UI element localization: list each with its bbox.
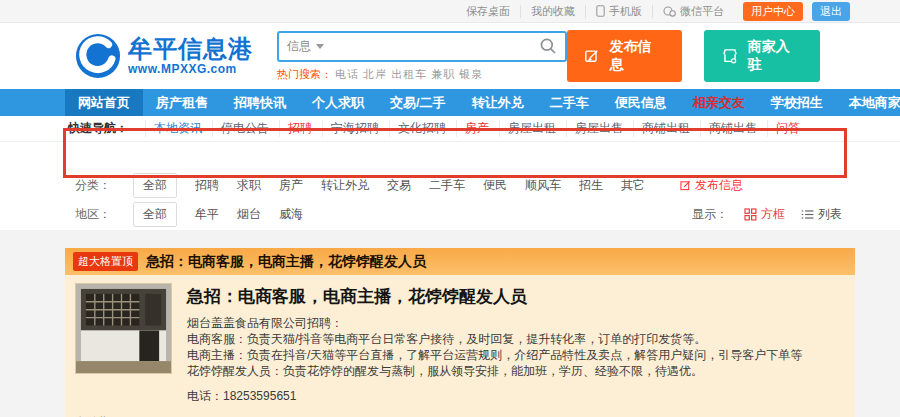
search-area: 信息 热门搜索： 电话 北岸 出租车 兼职 银泉 [277,31,567,82]
search-category-value: 信息 [287,38,311,55]
search-icon[interactable] [539,37,557,55]
region-yantai[interactable]: 烟台 [237,206,261,223]
category-usedcar[interactable]: 二手车 [429,177,465,194]
site-url: www.MPXXG.com [128,62,253,76]
quicknav-culture-jobs[interactable]: 文化招聘 [389,120,454,137]
category-label: 分类： [75,177,111,194]
nav-item-trade[interactable]: 交易/二手 [377,89,459,116]
listing-title[interactable]: 急招：电商客服，电商主播，花饽饽醒发人员 [187,285,802,308]
region-all[interactable]: 全部 [133,202,177,227]
logout-button[interactable]: 退出 [812,2,850,21]
post-info-label: 发布信息 [609,38,664,74]
grid-icon [744,208,757,221]
display-grid-toggle[interactable]: 方框 [744,206,785,223]
nav-item-merchants[interactable]: 本地商家 [836,89,900,116]
filter-section: 快速导航： 本地资讯 停电公告 招聘 宁海招聘 文化招聘 房产 房屋出租 房屋出… [0,116,900,230]
mobile-version-link[interactable]: 手机版 [585,5,652,18]
listings-area: 超大格置顶 急招：电商客服，电商主播，花饽饽醒发人员 [65,248,855,417]
category-realestate[interactable]: 房产 [279,177,303,194]
favorites-label: 我的收藏 [531,4,575,19]
listing-desc-line: 花饽饽醒发人员：负责花饽饽的醒发与蒸制，服从领导安排，能加班，学历、经验不限，待… [187,363,802,379]
region-label: 地区： [75,206,111,223]
phone-icon [596,5,605,17]
display-label: 显示： [692,206,728,223]
category-enrollment[interactable]: 招生 [579,177,603,194]
site-name: 牟平信息港 [128,36,253,62]
hot-search-keywords[interactable]: 电话 北岸 出租车 兼职 银泉 [335,68,483,80]
quicknav-outage-notice[interactable]: 停电公告 [212,120,277,137]
listing-phone: 电话：18253595651 [187,388,802,404]
nav-item-school[interactable]: 学校招生 [758,89,836,116]
nav-item-home[interactable]: 网站首页 [65,89,143,116]
shop-icon [721,47,739,65]
edit-icon-small [680,180,691,191]
logo-icon [75,33,121,79]
quicknav-realestate[interactable]: 房产 [456,120,497,137]
nav-item-realestate[interactable]: 房产租售 [143,89,221,116]
category-all[interactable]: 全部 [133,173,177,198]
user-center-button[interactable]: 用户中心 [743,2,803,21]
header-buttons: 发布信息 商家入驻 [567,30,900,82]
nav-item-transfer[interactable]: 转让外兑 [459,89,537,116]
category-jobs[interactable]: 招聘 [195,177,219,194]
region-muping[interactable]: 牟平 [195,206,219,223]
save-desktop-link[interactable]: 保存桌面 [456,5,520,18]
quick-nav-label: 快速导航： [68,120,128,137]
logo-text: 牟平信息港 www.MPXXG.com [128,36,253,76]
category-filter-row: 分类： 全部 招聘 求职 房产 转让外兑 交易 二手车 便民 顺风车 招生 其它… [0,172,900,199]
wechat-platform-label: 微信平台 [680,4,724,19]
category-other[interactable]: 其它 [621,177,645,194]
top-pin-badge: 超大格置顶 [73,252,138,271]
list-icon [801,209,814,220]
quicknav-house-rent[interactable]: 房屋出租 [499,120,564,137]
category-trade[interactable]: 交易 [387,177,411,194]
region-filter-row: 地区： 全部 牟平 烟台 威海 显示： 方框 列表 [0,199,900,230]
listing-banner: 超大格置顶 急招：电商客服，电商主播，花饽饽醒发人员 [65,248,855,275]
quicknav-shop-rent[interactable]: 商铺出租 [633,120,698,137]
caret-down-icon [316,44,324,49]
search-input[interactable] [330,39,533,53]
nav-item-usedcar[interactable]: 二手车 [537,89,602,116]
category-jobseek[interactable]: 求职 [237,177,261,194]
listing-desc-line: 电商客服：负责天猫/抖音等电商平台日常客户接待，及时回复，提升转化率，订单的打印… [187,331,802,347]
header: 牟平信息港 www.MPXXG.com 信息 热门搜索： 电话 北岸 出租车 兼… [0,23,900,89]
quicknav-jobs[interactable]: 招聘 [279,120,320,137]
listing-validity: 有效期30天 [65,406,855,417]
quicknav-local-news[interactable]: 本地资讯 [145,120,210,137]
post-info-button[interactable]: 发布信息 [567,30,681,82]
merchant-join-button[interactable]: 商家入驻 [704,30,820,82]
quicknav-house-sale[interactable]: 房屋出售 [566,120,631,137]
display-toggles: 显示： 方框 列表 [692,206,900,223]
listing-card[interactable]: 超大格置顶 急招：电商客服，电商主播，花饽饽醒发人员 [65,248,855,417]
favorites-link[interactable]: 我的收藏 [520,5,585,18]
display-list-label: 列表 [818,206,842,223]
region-weihai[interactable]: 威海 [279,206,303,223]
display-list-toggle[interactable]: 列表 [801,206,842,223]
listing-desc-line: 电商主播：负责在抖音/天猫等平台直播，了解平台运营规则，介绍产品特性及卖点，解答… [187,347,802,363]
category-post-link[interactable]: 发布信息 [680,177,743,194]
category-carpool[interactable]: 顺风车 [525,177,561,194]
listing-content: 急招：电商客服，电商主播，花饽饽醒发人员 烟台盖盖食品有限公司招聘： 电商客服：… [187,283,802,404]
nav-item-dating[interactable]: 相亲交友 [680,89,758,116]
wechat-platform-link[interactable]: 微信平台 [652,5,734,18]
listing-banner-title[interactable]: 急招：电商客服，电商主播，花饽饽醒发人员 [146,253,426,271]
main-nav: 网站首页 房产租售 招聘快讯 个人求职 交易/二手 转让外兑 二手车 便民信息 … [0,89,900,116]
nav-item-jobs[interactable]: 招聘快讯 [221,89,299,116]
nav-item-jobseek[interactable]: 个人求职 [299,89,377,116]
quicknav-shop-sale[interactable]: 商铺出售 [700,120,765,137]
mobile-version-label: 手机版 [609,4,642,19]
quicknav-qa[interactable]: 问答 [767,120,808,137]
display-grid-label: 方框 [761,206,785,223]
search-category-dropdown[interactable]: 信息 [287,38,324,55]
category-convenience[interactable]: 便民 [483,177,507,194]
quicknav-ninghai-jobs[interactable]: 宁海招聘 [322,120,387,137]
listing-company-line: 烟台盖盖食品有限公司招聘： [187,315,802,331]
spacer [0,142,900,172]
edit-icon [584,48,600,64]
nav-item-convenience[interactable]: 便民信息 [602,89,680,116]
listing-body: 急招：电商客服，电商主播，花饽饽醒发人员 烟台盖盖食品有限公司招聘： 电商客服：… [65,275,855,406]
category-transfer[interactable]: 转让外兑 [321,177,369,194]
site-logo[interactable]: 牟平信息港 www.MPXXG.com [75,33,269,79]
quick-nav-row: 快速导航： 本地资讯 停电公告 招聘 宁海招聘 文化招聘 房产 房屋出租 房屋出… [0,116,900,142]
listing-photo[interactable] [75,283,172,374]
